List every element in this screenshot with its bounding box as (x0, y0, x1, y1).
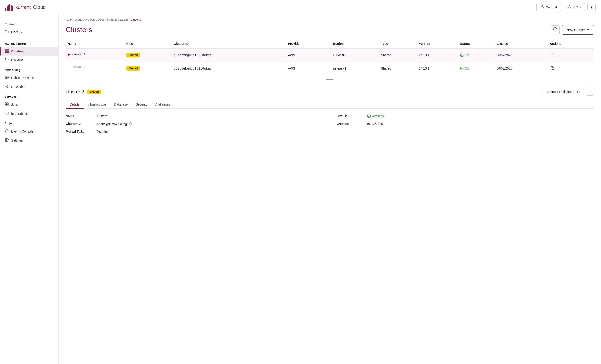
created-label: Created: (337, 122, 363, 126)
breadcrumb-apex[interactable]: Apex Testing (66, 18, 82, 21)
detail-more-button[interactable]: ⋮ (586, 88, 594, 96)
cell-region: us-east-1 (331, 62, 379, 75)
sidebar-item-networks[interactable]: Networks (0, 82, 58, 91)
detail-fields: Name: cluster.2 Cluster ID: cuibbfkgdubf… (66, 114, 594, 133)
support-icon (540, 5, 544, 10)
svg-rect-8 (5, 49, 9, 50)
row-more-button[interactable]: ⋮ (557, 65, 563, 72)
svg-rect-9 (5, 51, 9, 51)
page-header: Clusters New Cluster + (59, 23, 601, 39)
sidebar-item-jobs[interactable]: Jobs (0, 100, 58, 109)
cell-kind: Shared (124, 48, 172, 62)
svg-rect-0 (5, 8, 6, 11)
clusters-label: Clusters (11, 49, 24, 53)
sidebar-item-settings[interactable]: Settings (0, 136, 58, 145)
events-console-icon (4, 129, 9, 134)
support-button[interactable]: Support (536, 3, 561, 11)
svg-rect-29 (577, 91, 579, 93)
field-created: Created: 06/02/2025 (337, 122, 594, 126)
networking-label: Networking (0, 65, 58, 73)
theme-toggle-button[interactable]: ☀ (588, 3, 596, 11)
cell-status: Ok (458, 62, 495, 75)
table-header-row: Name Kind Cluster ID Provider Region Typ… (66, 39, 594, 48)
tab-infrastructure[interactable]: Infrastructure (83, 100, 110, 109)
events-console-label: Events Console (11, 130, 33, 133)
refresh-button[interactable] (551, 25, 560, 34)
header: kurrent Cloud Support CC ▾ ☀ (0, 0, 601, 14)
svg-point-6 (541, 5, 543, 7)
breadcrumb-managed-esdb[interactable]: Managed ESDB (107, 18, 128, 21)
clusters-icon (4, 49, 9, 54)
clusters-table: Name Kind Cluster ID Provider Region Typ… (66, 39, 594, 75)
cluster-id-copy-button[interactable] (129, 122, 132, 126)
svg-rect-18 (7, 103, 8, 104)
row-copy-button[interactable] (550, 65, 555, 72)
new-cluster-button[interactable]: New Cluster + (562, 25, 594, 35)
svg-line-15 (6, 86, 8, 87)
col-created: Created (495, 39, 548, 48)
created-value: 06/02/2025 (367, 122, 383, 126)
svg-rect-10 (5, 52, 9, 53)
tab-details[interactable]: Details (66, 100, 83, 109)
cell-name: cluster.1 (66, 62, 124, 72)
jobs-icon (4, 102, 9, 107)
cell-provider: AWS (286, 48, 331, 62)
support-label: Support (546, 5, 557, 9)
status-value: Available (367, 114, 385, 118)
row-copy-button[interactable] (550, 52, 555, 59)
networks-label: Networks (11, 85, 24, 89)
user-menu-button[interactable]: CC ▾ (564, 3, 585, 11)
cell-status: Ok (458, 48, 495, 62)
folder-icon (4, 30, 9, 35)
svg-rect-26 (552, 68, 554, 69)
sidebar-item-public-ip[interactable]: Public IP Access (0, 73, 58, 82)
user-icon (567, 5, 571, 10)
svg-point-7 (569, 5, 570, 7)
sidebar-item-clusters[interactable]: Clusters (0, 47, 58, 56)
context-name: Docs (11, 30, 19, 34)
table-row[interactable]: cluster.1 Shared cuib8ekgdubf52i0okag AW… (66, 62, 594, 75)
tab-addresses[interactable]: Addresses (151, 100, 174, 109)
col-provider: Provider (286, 39, 331, 48)
cell-cluster-id: cuibbfkgdubf52i0okcg (172, 48, 286, 62)
backups-label: Backups (11, 58, 23, 62)
cell-version: 24.10.1 (417, 62, 458, 75)
col-version: Version (417, 39, 458, 48)
tab-security[interactable]: Security (132, 100, 151, 109)
col-kind: Kind (124, 39, 172, 48)
tab-database[interactable]: Database (110, 100, 132, 109)
mutual-tls-label: Mutual TLS: (66, 130, 93, 133)
detail-kind-badge: Shared (87, 89, 101, 94)
sidebar-item-events-console[interactable]: Events Console (0, 127, 58, 136)
row-indicator-icon: ▶ (68, 52, 71, 57)
header-actions: Support CC ▾ ☀ (536, 3, 596, 11)
cell-cluster-id: cuib8ekgdubf52i0okag (172, 62, 286, 75)
plus-icon: + (587, 28, 589, 32)
detail-tabs: DetailsInfrastructureDatabaseSecurityAdd… (66, 100, 594, 109)
new-cluster-label: New Cluster (567, 28, 585, 32)
kind-badge: Shared (126, 53, 140, 57)
svg-rect-30 (130, 123, 132, 125)
connect-label: Connect to cluster.2 (546, 90, 574, 94)
detail-fields-right: Status: Available Created: 06/02/2025 (337, 114, 594, 133)
cell-created: 06/02/2025 (495, 48, 548, 62)
panel-divider[interactable] (59, 75, 601, 83)
public-ip-label: Public IP Access (11, 76, 34, 80)
svg-line-16 (6, 86, 8, 88)
sidebar-item-integrations[interactable]: Integrations (0, 109, 58, 118)
context-selector[interactable]: Docs ▾ (0, 28, 58, 38)
cell-created: 06/02/2025 (495, 62, 548, 75)
cell-actions: ⋮ (548, 48, 594, 62)
table-row[interactable]: ▶ cluster.2 Shared cuibbfkgdubf52i0okcg … (66, 48, 594, 62)
connect-button[interactable]: Connect to cluster.2 (542, 88, 584, 96)
row-more-button[interactable]: ⋮ (557, 52, 563, 59)
breadcrumb-docs[interactable]: Docs (98, 18, 105, 21)
cell-kind: Shared (124, 62, 172, 75)
context-section-label: Context (0, 19, 58, 28)
breadcrumb-clusters: Clusters (130, 18, 141, 21)
svg-rect-27 (326, 79, 333, 79)
breadcrumb-projects[interactable]: Projects (85, 18, 95, 21)
cluster-id-value: cuibbfkgdubf52i0okcg (96, 122, 132, 126)
sidebar-item-backups[interactable]: Backups (0, 56, 58, 65)
svg-rect-24 (552, 54, 554, 56)
